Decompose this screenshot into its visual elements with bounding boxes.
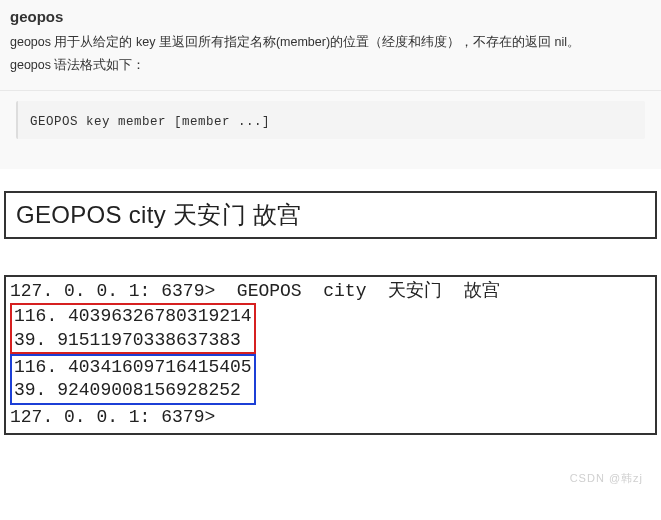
syntax-block: GEOPOS key member [member ...] [16, 101, 645, 139]
result1-latitude: 39. 91511970338637383 [14, 329, 252, 352]
description: geopos 用于从给定的 key 里返回所有指定名称(member)的位置（经… [10, 31, 651, 76]
example-area: GEOPOS city 天安门 故宫 127. 0. 0. 1: 6379> G… [0, 191, 661, 486]
syntax-block-wrap: GEOPOS key member [member ...] [0, 91, 661, 169]
desc-line-2: geopos 语法格式如下： [10, 54, 651, 77]
terminal-output: 127. 0. 0. 1: 6379> GEOPOS city 天安门 故宫 1… [4, 275, 657, 435]
desc-line-1: geopos 用于从给定的 key 里返回所有指定名称(member)的位置（经… [10, 31, 651, 54]
result-group-1: 116. 40396326780319214 39. 9151197033863… [10, 303, 256, 354]
result2-longitude: 116. 40341609716415405 [14, 356, 252, 379]
result-group-2: 116. 40341609716415405 39. 9240900815692… [10, 354, 256, 405]
intro-section: geopos geopos 用于从给定的 key 里返回所有指定名称(membe… [0, 0, 661, 91]
watermark-text: CSDN @韩zj [4, 471, 657, 486]
command-heading: GEOPOS city 天安门 故宫 [16, 201, 301, 228]
terminal-line-prompt1: 127. 0. 0. 1: 6379> GEOPOS city 天安门 故宫 [10, 279, 653, 303]
result1-longitude: 116. 40396326780319214 [14, 305, 252, 328]
section-title: geopos [10, 8, 651, 25]
command-heading-box: GEOPOS city 天安门 故宫 [4, 191, 657, 239]
terminal-line-prompt2: 127. 0. 0. 1: 6379> [10, 405, 653, 429]
result2-latitude: 39. 92409008156928252 [14, 379, 252, 402]
syntax-text: GEOPOS key member [member ...] [30, 115, 270, 129]
